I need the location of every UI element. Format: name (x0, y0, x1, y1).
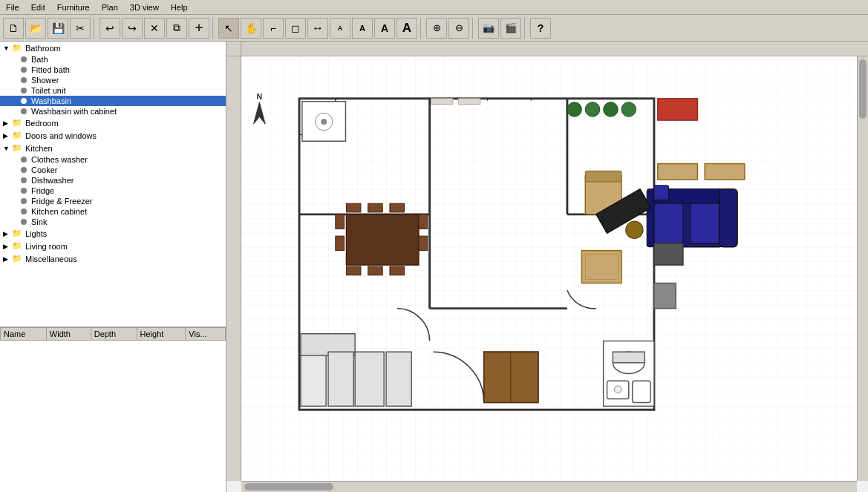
item-washbasin[interactable]: Washbasin (0, 96, 226, 106)
pan-button[interactable]: ✋ (241, 18, 261, 39)
bullet-toilet-unit (21, 88, 27, 94)
expand-lights: ▶ (3, 230, 10, 237)
video-button[interactable]: 🎬 (500, 18, 521, 39)
category-misc[interactable]: ▶ 📁 Miscellaneous (0, 252, 226, 265)
furniture-table[interactable]: Name Width Depth Height Vis... (0, 327, 226, 492)
text-xl-button[interactable]: A (397, 18, 417, 39)
menu-3dview[interactable]: 3D view (124, 1, 165, 13)
side-table2 (654, 243, 683, 265)
item-washbasin-cabinet[interactable]: Washbasin with cabinet (0, 106, 226, 117)
item-toilet-unit[interactable]: Toilet unit (0, 85, 226, 96)
expand-doors: ▶ (3, 132, 10, 140)
new-button[interactable]: 🗋 (3, 18, 24, 39)
category-bathroom[interactable]: ▼ 📁 Bathroom (0, 42, 226, 54)
menu-file[interactable]: File (0, 1, 25, 13)
item-washbasin-label: Washbasin (31, 96, 71, 105)
item-bath[interactable]: Bath (0, 54, 226, 65)
select-button[interactable]: ↖ (218, 18, 239, 39)
folder-misc-icon: 📁 (12, 254, 22, 263)
svg-rect-15 (301, 352, 326, 406)
item-sink[interactable]: Sink (0, 217, 226, 227)
text-s-button[interactable]: A (330, 18, 350, 39)
col-vis: Vis... (186, 328, 226, 341)
create-wall-button[interactable]: ⌐ (263, 18, 284, 39)
scrollbar-h-thumb[interactable] (244, 483, 333, 491)
category-living-label: Living room (25, 242, 68, 251)
category-living[interactable]: ▶ 📁 Living room (0, 240, 226, 252)
save-button[interactable]: 💾 (48, 18, 68, 39)
sep2 (212, 18, 215, 39)
furniture-tree[interactable]: ▼ 📁 Bathroom Bath Fitted bath Shower Toi… (0, 42, 226, 327)
expand-bathroom: ▼ (3, 45, 10, 52)
menu-edit[interactable]: Edit (25, 1, 51, 13)
svg-rect-32 (390, 266, 405, 275)
add-furniture-button[interactable]: + (189, 18, 209, 39)
zoom-out-button[interactable]: ⊖ (448, 18, 469, 39)
item-toilet-unit-label: Toilet unit (31, 86, 65, 95)
category-kitchen[interactable]: ▼ 📁 Kitchen (0, 142, 226, 154)
svg-rect-31 (368, 266, 383, 275)
curtain1 (431, 99, 453, 105)
help-button[interactable]: ? (530, 18, 551, 39)
bullet-shower (21, 77, 27, 83)
camera-button[interactable]: 📷 (478, 18, 499, 39)
category-doors[interactable]: ▶ 📁 Doors and windows (0, 129, 226, 142)
menu-furniture[interactable]: Furniture (51, 1, 96, 13)
svg-rect-26 (368, 203, 383, 212)
svg-rect-38 (647, 189, 654, 247)
svg-text:N: N (257, 92, 263, 101)
svg-rect-17 (328, 352, 353, 406)
svg-point-47 (604, 102, 619, 117)
dimension-button[interactable]: ↔ (307, 18, 328, 39)
item-kitchen-cabinet[interactable]: Kitchen cabinet (0, 206, 226, 217)
bullet-clothes-washer (21, 157, 27, 163)
item-fridge[interactable]: Fridge (0, 186, 226, 196)
category-lights[interactable]: ▶ 📁 Lights (0, 227, 226, 240)
svg-point-53 (614, 386, 621, 393)
item-fitted-bath[interactable]: Fitted bath (0, 65, 226, 75)
open-button[interactable]: 📂 (25, 18, 46, 39)
expand-living: ▶ (3, 243, 10, 250)
bullet-washbasin-cabinet (21, 108, 27, 114)
scrollbar-v-thumb[interactable] (859, 59, 867, 119)
category-doors-label: Doors and windows (25, 131, 97, 140)
svg-point-45 (567, 102, 582, 117)
cut-button[interactable]: ✂ (70, 18, 91, 39)
menu-help[interactable]: Help (165, 1, 194, 13)
text-m-button[interactable]: A (352, 18, 373, 39)
category-bedroom[interactable]: ▶ 📁 Bedroom (0, 117, 226, 129)
svg-rect-42 (585, 171, 621, 182)
create-room-button[interactable]: ◻ (285, 18, 306, 39)
coffee-table (581, 251, 621, 283)
menu-plan[interactable]: Plan (96, 1, 124, 13)
zoom-in-button[interactable]: ⊕ (426, 18, 447, 39)
scrollbar-vertical[interactable] (857, 56, 868, 481)
floor-plan-canvas[interactable]: N (241, 56, 857, 481)
furniture-data-table: Name Width Depth Height Vis... (0, 327, 226, 341)
item-shower-label: Shower (31, 76, 59, 85)
item-clothes-washer[interactable]: Clothes washer (0, 154, 226, 165)
category-kitchen-label: Kitchen (25, 144, 53, 153)
svg-rect-51 (613, 352, 645, 363)
curtain2 (459, 99, 480, 105)
duplicate-button[interactable]: ⧉ (166, 18, 187, 39)
bullet-dishwasher (21, 177, 27, 183)
side-table (654, 283, 676, 309)
category-lights-label: Lights (25, 229, 47, 238)
item-cooker[interactable]: Cooker (0, 165, 226, 175)
item-washbasin-cabinet-label: Washbasin with cabinet (31, 107, 117, 116)
item-shower[interactable]: Shower (0, 75, 226, 85)
item-fridge-freezer[interactable]: Fridge & Freezer (0, 196, 226, 206)
text-l-button[interactable]: A (374, 18, 395, 39)
item-dishwasher[interactable]: Dishwasher (0, 175, 226, 186)
svg-rect-54 (633, 381, 650, 402)
col-name: Name (1, 328, 47, 341)
delete-button[interactable]: ✕ (144, 18, 165, 39)
item-bath-label: Bath (31, 55, 48, 64)
undo-button[interactable]: ↩ (99, 18, 120, 39)
scrollbar-horizontal[interactable] (241, 481, 857, 492)
folder-bedroom-icon: 📁 (12, 118, 22, 128)
col-width: Width (46, 328, 91, 341)
ruler-v-label (226, 56, 241, 59)
redo-button[interactable]: ↪ (122, 18, 143, 39)
